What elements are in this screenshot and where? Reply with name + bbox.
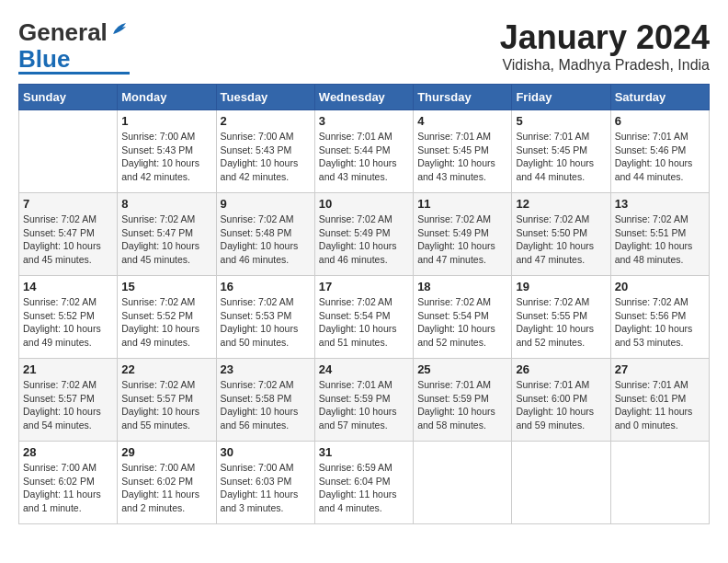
day-info: Sunrise: 7:02 AM Sunset: 5:58 PM Dayligh… — [221, 378, 311, 432]
calendar-cell: 14Sunrise: 7:02 AM Sunset: 5:52 PM Dayli… — [19, 276, 118, 359]
calendar-cell — [512, 442, 610, 524]
logo-bird-icon — [109, 19, 130, 40]
calendar-cell: 27Sunrise: 7:01 AM Sunset: 6:01 PM Dayli… — [610, 359, 709, 442]
day-number: 18 — [417, 280, 507, 293]
day-header-thursday: Thursday — [414, 85, 512, 110]
day-number: 29 — [121, 445, 211, 459]
title-block: January 2024 Vidisha, Madhya Pradesh, In… — [500, 18, 710, 74]
day-number: 3 — [319, 114, 409, 128]
day-number: 15 — [121, 280, 211, 293]
day-number: 31 — [319, 445, 409, 459]
day-info: Sunrise: 7:02 AM Sunset: 5:52 PM Dayligh… — [23, 295, 113, 350]
week-row-4: 21Sunrise: 7:02 AM Sunset: 5:57 PM Dayli… — [19, 359, 710, 442]
calendar-cell: 3Sunrise: 7:01 AM Sunset: 5:44 PM Daylig… — [314, 110, 413, 193]
day-info: Sunrise: 7:01 AM Sunset: 5:45 PM Dayligh… — [516, 130, 606, 184]
day-number: 21 — [23, 362, 113, 376]
day-header-tuesday: Tuesday — [216, 85, 314, 110]
day-header-sunday: Sunday — [19, 85, 118, 110]
calendar-cell: 23Sunrise: 7:02 AM Sunset: 5:58 PM Dayli… — [216, 359, 314, 442]
day-number: 1 — [121, 114, 211, 128]
calendar-cell: 2Sunrise: 7:00 AM Sunset: 5:43 PM Daylig… — [216, 110, 314, 193]
day-number: 11 — [417, 197, 507, 211]
day-info: Sunrise: 7:00 AM Sunset: 5:43 PM Dayligh… — [121, 130, 211, 184]
calendar-cell: 24Sunrise: 7:01 AM Sunset: 5:59 PM Dayli… — [314, 359, 413, 442]
logo-general-text: General — [18, 18, 108, 47]
day-info: Sunrise: 7:01 AM Sunset: 5:59 PM Dayligh… — [319, 378, 409, 432]
day-info: Sunrise: 7:02 AM Sunset: 5:52 PM Dayligh… — [121, 295, 211, 350]
calendar-cell — [610, 442, 709, 524]
day-info: Sunrise: 7:02 AM Sunset: 5:49 PM Dayligh… — [319, 213, 409, 267]
day-info: Sunrise: 7:02 AM Sunset: 5:49 PM Dayligh… — [417, 213, 507, 267]
day-info: Sunrise: 7:02 AM Sunset: 5:47 PM Dayligh… — [121, 213, 211, 267]
day-info: Sunrise: 6:59 AM Sunset: 6:04 PM Dayligh… — [319, 461, 409, 515]
day-number: 30 — [221, 445, 311, 459]
day-info: Sunrise: 7:02 AM Sunset: 5:48 PM Dayligh… — [221, 213, 311, 267]
day-info: Sunrise: 7:00 AM Sunset: 6:03 PM Dayligh… — [221, 461, 311, 515]
day-number: 14 — [23, 280, 113, 293]
day-number: 10 — [319, 197, 409, 211]
day-number: 22 — [121, 362, 211, 376]
week-row-2: 7Sunrise: 7:02 AM Sunset: 5:47 PM Daylig… — [19, 193, 710, 276]
day-info: Sunrise: 7:00 AM Sunset: 5:43 PM Dayligh… — [221, 130, 311, 184]
day-number: 13 — [615, 197, 705, 211]
calendar-cell: 20Sunrise: 7:02 AM Sunset: 5:56 PM Dayli… — [610, 276, 709, 359]
calendar-cell: 8Sunrise: 7:02 AM Sunset: 5:47 PM Daylig… — [118, 193, 216, 276]
day-header-monday: Monday — [118, 85, 216, 110]
day-info: Sunrise: 7:01 AM Sunset: 6:01 PM Dayligh… — [615, 378, 705, 432]
calendar-cell: 19Sunrise: 7:02 AM Sunset: 5:55 PM Dayli… — [512, 276, 610, 359]
calendar-cell: 29Sunrise: 7:00 AM Sunset: 6:02 PM Dayli… — [118, 442, 216, 524]
logo: General Blue — [18, 18, 130, 75]
day-header-friday: Friday — [512, 85, 610, 110]
day-info: Sunrise: 7:01 AM Sunset: 5:44 PM Dayligh… — [319, 130, 409, 184]
day-number: 12 — [516, 197, 606, 211]
day-info: Sunrise: 7:02 AM Sunset: 5:51 PM Dayligh… — [615, 213, 705, 267]
day-info: Sunrise: 7:02 AM Sunset: 5:54 PM Dayligh… — [319, 295, 409, 350]
day-number: 8 — [121, 197, 211, 211]
calendar-cell: 11Sunrise: 7:02 AM Sunset: 5:49 PM Dayli… — [414, 193, 512, 276]
day-info: Sunrise: 7:01 AM Sunset: 6:00 PM Dayligh… — [516, 378, 606, 432]
calendar-cell: 16Sunrise: 7:02 AM Sunset: 5:53 PM Dayli… — [216, 276, 314, 359]
calendar-cell: 7Sunrise: 7:02 AM Sunset: 5:47 PM Daylig… — [19, 193, 118, 276]
day-number: 20 — [615, 280, 705, 293]
day-number: 23 — [221, 362, 311, 376]
calendar-cell: 9Sunrise: 7:02 AM Sunset: 5:48 PM Daylig… — [216, 193, 314, 276]
day-info: Sunrise: 7:01 AM Sunset: 5:46 PM Dayligh… — [615, 130, 705, 184]
day-number: 19 — [516, 280, 606, 293]
calendar-cell: 30Sunrise: 7:00 AM Sunset: 6:03 PM Dayli… — [216, 442, 314, 524]
calendar-cell — [414, 442, 512, 524]
calendar-cell: 1Sunrise: 7:00 AM Sunset: 5:43 PM Daylig… — [118, 110, 216, 193]
calendar-cell: 4Sunrise: 7:01 AM Sunset: 5:45 PM Daylig… — [414, 110, 512, 193]
calendar-table: SundayMondayTuesdayWednesdayThursdayFrid… — [18, 84, 710, 524]
calendar-cell: 31Sunrise: 6:59 AM Sunset: 6:04 PM Dayli… — [314, 442, 413, 524]
calendar-cell: 10Sunrise: 7:02 AM Sunset: 5:49 PM Dayli… — [314, 193, 413, 276]
day-number: 17 — [319, 280, 409, 293]
day-number: 16 — [221, 280, 311, 293]
day-info: Sunrise: 7:02 AM Sunset: 5:57 PM Dayligh… — [23, 378, 113, 432]
day-info: Sunrise: 7:00 AM Sunset: 6:02 PM Dayligh… — [23, 461, 113, 515]
calendar-subtitle: Vidisha, Madhya Pradesh, India — [500, 57, 710, 74]
day-info: Sunrise: 7:01 AM Sunset: 5:59 PM Dayligh… — [417, 378, 507, 432]
day-number: 4 — [417, 114, 507, 128]
day-header-wednesday: Wednesday — [314, 85, 413, 110]
week-row-1: 1Sunrise: 7:00 AM Sunset: 5:43 PM Daylig… — [19, 110, 710, 193]
day-number: 7 — [23, 197, 113, 211]
calendar-cell: 18Sunrise: 7:02 AM Sunset: 5:54 PM Dayli… — [414, 276, 512, 359]
day-info: Sunrise: 7:01 AM Sunset: 5:45 PM Dayligh… — [417, 130, 507, 184]
calendar-cell: 26Sunrise: 7:01 AM Sunset: 6:00 PM Dayli… — [512, 359, 610, 442]
calendar-cell: 6Sunrise: 7:01 AM Sunset: 5:46 PM Daylig… — [610, 110, 709, 193]
calendar-cell: 12Sunrise: 7:02 AM Sunset: 5:50 PM Dayli… — [512, 193, 610, 276]
calendar-cell — [19, 110, 118, 193]
calendar-cell: 28Sunrise: 7:00 AM Sunset: 6:02 PM Dayli… — [19, 442, 118, 524]
day-number: 2 — [221, 114, 311, 128]
calendar-cell: 21Sunrise: 7:02 AM Sunset: 5:57 PM Dayli… — [19, 359, 118, 442]
day-number: 5 — [516, 114, 606, 128]
day-info: Sunrise: 7:02 AM Sunset: 5:56 PM Dayligh… — [615, 295, 705, 350]
day-number: 28 — [23, 445, 113, 459]
week-row-3: 14Sunrise: 7:02 AM Sunset: 5:52 PM Dayli… — [19, 276, 710, 359]
day-number: 26 — [516, 362, 606, 376]
day-number: 24 — [319, 362, 409, 376]
calendar-cell: 13Sunrise: 7:02 AM Sunset: 5:51 PM Dayli… — [610, 193, 709, 276]
calendar-cell: 15Sunrise: 7:02 AM Sunset: 5:52 PM Dayli… — [118, 276, 216, 359]
day-info: Sunrise: 7:00 AM Sunset: 6:02 PM Dayligh… — [121, 461, 211, 515]
calendar-title: January 2024 — [500, 18, 710, 57]
